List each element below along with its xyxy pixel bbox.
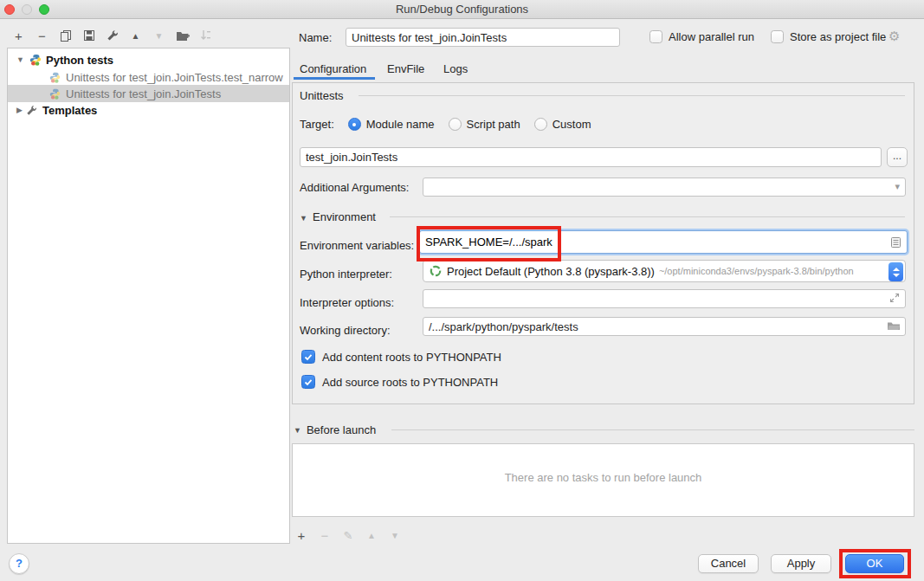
configurations-tree: ▼ Python tests Unittests f bbox=[7, 48, 290, 544]
run-debug-configurations-dialog: Run/Debug Configurations + − ▲ ▼ bbox=[0, 0, 924, 581]
additional-arguments-label: Additional Arguments: bbox=[300, 181, 409, 194]
tab-envfile[interactable]: EnvFile bbox=[387, 62, 424, 75]
edit-templates-icon[interactable] bbox=[104, 27, 120, 44]
save-configuration-icon[interactable] bbox=[81, 27, 97, 44]
environment-variables-label: Environment variables: bbox=[300, 239, 414, 252]
target-option-module-name[interactable]: Module name bbox=[348, 118, 435, 131]
before-launch-empty-message: There are no tasks to run before launch bbox=[293, 471, 914, 484]
name-input[interactable] bbox=[346, 28, 620, 47]
before-launch-header[interactable]: ▼ Before launch bbox=[294, 423, 376, 436]
remove-task-button: − bbox=[319, 526, 331, 544]
checkbox-checked-icon[interactable] bbox=[301, 350, 315, 364]
before-launch-collapse-icon[interactable]: ▼ bbox=[294, 426, 301, 435]
edit-task-pencil-icon: ✎ bbox=[342, 526, 354, 544]
configuration-panel: Unittests Target: Module name Script pat… bbox=[292, 82, 914, 404]
new-folder-icon[interactable] bbox=[174, 27, 191, 44]
zoom-window-button[interactable] bbox=[39, 4, 49, 15]
chevron-down-icon[interactable]: ▾ bbox=[895, 181, 900, 192]
help-button[interactable]: ? bbox=[9, 553, 29, 574]
window-title: Run/Debug Configurations bbox=[0, 0, 924, 18]
python-interpreter-label: Python interpreter: bbox=[300, 268, 392, 281]
interpreter-options-input[interactable] bbox=[423, 289, 906, 308]
collapse-icon[interactable]: ▶ bbox=[8, 106, 17, 114]
tree-item-unittests-jointests-selected[interactable]: Unittests for test_join.JoinTests bbox=[8, 85, 289, 102]
annotation-box-env-vars bbox=[417, 226, 561, 261]
python-interpreter-value: Project Default (Python 3.8 (pyspark-3.8… bbox=[447, 265, 655, 278]
radio-label: Script path bbox=[467, 118, 520, 131]
remove-configuration-button[interactable]: − bbox=[34, 27, 50, 44]
sort-alphabetically-icon bbox=[197, 27, 214, 44]
annotation-box-ok bbox=[839, 549, 911, 578]
tab-logs[interactable]: Logs bbox=[443, 62, 468, 75]
python-interpreter-select[interactable]: Project Default (Python 3.8 (pyspark-3.8… bbox=[423, 260, 906, 282]
interpreter-options-label: Interpreter options: bbox=[300, 296, 394, 309]
tree-item-label: Unittests for test_join.JoinTests.test_n… bbox=[66, 71, 283, 84]
target-option-script-path[interactable]: Script path bbox=[449, 118, 520, 131]
target-module-input[interactable] bbox=[300, 147, 882, 167]
store-as-project-file-checkbox[interactable]: Store as project file bbox=[771, 30, 886, 43]
tree-item-python-tests[interactable]: ▼ Python tests bbox=[8, 51, 289, 68]
env-vars-list-icon[interactable] bbox=[890, 236, 901, 249]
radio-unselected-icon[interactable] bbox=[449, 118, 462, 131]
python-test-config-icon bbox=[49, 88, 62, 100]
working-directory-label: Working directory: bbox=[300, 324, 391, 337]
checkbox-checked-icon[interactable] bbox=[301, 375, 315, 389]
conda-env-icon bbox=[430, 265, 442, 277]
active-tab-indicator bbox=[294, 77, 375, 80]
before-launch-task-list: There are no tasks to run before launch bbox=[292, 443, 914, 517]
unittests-group-label: Unittests bbox=[300, 89, 344, 102]
templates-wrench-icon bbox=[26, 105, 39, 116]
before-launch-title: Before launch bbox=[307, 423, 376, 436]
target-option-custom[interactable]: Custom bbox=[534, 118, 591, 131]
move-down-button: ▼ bbox=[151, 27, 167, 44]
expand-icon[interactable]: ▼ bbox=[8, 55, 17, 64]
tree-item-label: Templates bbox=[42, 104, 97, 117]
close-window-button[interactable] bbox=[4, 4, 15, 15]
checkbox-unchecked[interactable] bbox=[649, 30, 662, 43]
move-up-button[interactable]: ▲ bbox=[127, 27, 144, 44]
tree-item-label: Python tests bbox=[46, 54, 113, 67]
working-directory-input[interactable] bbox=[423, 317, 906, 336]
configurations-toolbar: + − ▲ ▼ bbox=[10, 27, 214, 44]
tree-item-label: Unittests for test_join.JoinTests bbox=[66, 87, 221, 100]
radio-unselected-icon[interactable] bbox=[534, 118, 547, 131]
group-separator bbox=[391, 429, 914, 430]
radio-selected-icon[interactable] bbox=[348, 118, 361, 131]
add-task-button[interactable]: + bbox=[295, 526, 307, 544]
folder-icon[interactable] bbox=[887, 320, 901, 332]
move-task-up-button: ▲ bbox=[365, 526, 378, 544]
minimize-window-button bbox=[22, 4, 32, 15]
cancel-button[interactable]: Cancel bbox=[698, 554, 759, 573]
radio-label: Module name bbox=[366, 118, 435, 131]
allow-parallel-run-checkbox[interactable]: Allow parallel run bbox=[649, 30, 754, 43]
add-source-roots-label: Add source roots to PYTHONPATH bbox=[322, 376, 498, 389]
python-interpreter-path: ~/opt/miniconda3/envs/pyspark-3.8/bin/py… bbox=[659, 266, 854, 276]
target-row: Target: Module name Script path Custom bbox=[300, 118, 591, 131]
expand-field-icon[interactable] bbox=[889, 293, 900, 303]
tab-configuration[interactable]: Configuration bbox=[300, 62, 366, 75]
name-label: Name: bbox=[299, 31, 332, 44]
add-content-roots-label: Add content roots to PYTHONPATH bbox=[322, 351, 501, 364]
environment-collapse-icon[interactable]: ▼ bbox=[300, 214, 307, 223]
tree-item-unittests-test-narrow[interactable]: Unittests for test_join.JoinTests.test_n… bbox=[8, 68, 289, 86]
move-task-down-button: ▼ bbox=[389, 526, 401, 544]
store-settings-gear-icon[interactable]: ⚙ bbox=[888, 29, 900, 44]
python-tests-icon bbox=[29, 54, 42, 66]
add-configuration-button[interactable]: + bbox=[10, 27, 27, 44]
allow-parallel-run-label: Allow parallel run bbox=[669, 30, 754, 43]
apply-button[interactable]: Apply bbox=[771, 554, 831, 573]
browse-module-button[interactable]: ... bbox=[887, 147, 908, 167]
store-as-project-file-label: Store as project file bbox=[790, 30, 886, 43]
group-separator bbox=[359, 95, 905, 96]
radio-label: Custom bbox=[552, 118, 591, 131]
tree-item-templates[interactable]: ▶ Templates bbox=[8, 101, 289, 119]
select-stepper-icon[interactable] bbox=[888, 262, 903, 281]
copy-configuration-icon[interactable] bbox=[57, 27, 74, 44]
checkbox-unchecked[interactable] bbox=[771, 30, 784, 43]
titlebar: Run/Debug Configurations bbox=[0, 0, 924, 19]
additional-arguments-input[interactable] bbox=[423, 178, 906, 197]
add-content-roots-checkbox[interactable]: Add content roots to PYTHONPATH bbox=[301, 350, 501, 364]
add-source-roots-checkbox[interactable]: Add source roots to PYTHONPATH bbox=[301, 375, 498, 389]
environment-group-label: Environment bbox=[313, 210, 376, 223]
group-separator bbox=[390, 216, 905, 217]
